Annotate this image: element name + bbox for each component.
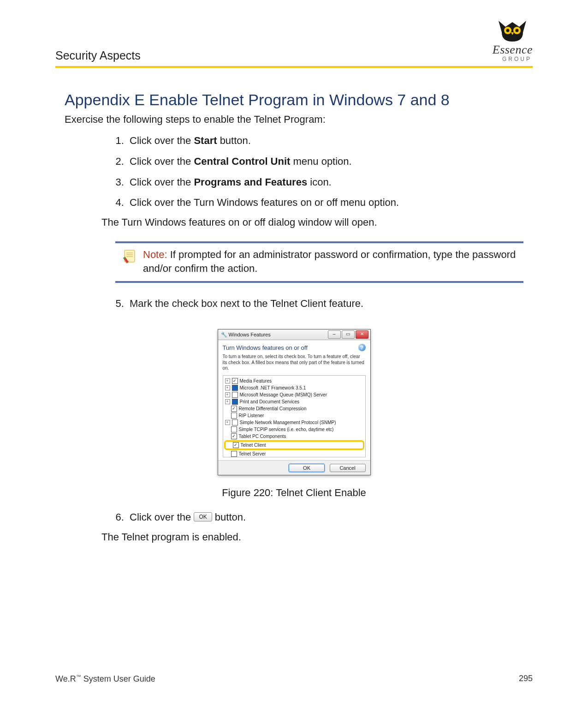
inline-ok-button: OK [194, 512, 212, 522]
section-title: Security Aspects [55, 49, 141, 62]
feature-row[interactable]: +Microsoft .NET Framework 3.5.1 [224, 384, 364, 391]
intro-text: Exercise the following steps to enable t… [65, 114, 523, 126]
feature-label: Simple TCPIP services (i.e. echo, daytim… [239, 427, 334, 432]
step-bold: Programs and Features [194, 176, 307, 188]
step-text: Mark the check box next to the Telnet Cl… [130, 298, 363, 309]
feature-row[interactable]: Simple TCPIP services (i.e. echo, daytim… [224, 426, 364, 433]
expand-icon [225, 452, 229, 456]
step-text: Click over the [130, 156, 194, 167]
expand-icon [225, 434, 229, 438]
footer-left: We.R™ System User Guide [55, 674, 155, 684]
feature-label: Telnet Client [241, 443, 266, 448]
expand-icon [225, 427, 229, 431]
feature-row[interactable]: RIP Listener [224, 412, 364, 419]
feature-checkbox[interactable] [231, 426, 237, 432]
header-divider [55, 66, 533, 68]
svg-point-2 [506, 29, 510, 32]
feature-row[interactable]: +Print and Document Services [224, 398, 364, 405]
step-bold: Start [194, 135, 217, 146]
minimize-button[interactable]: – [328, 330, 341, 339]
feature-checkbox[interactable] [231, 406, 237, 412]
cancel-button[interactable]: Cancel [330, 464, 366, 472]
step-6: Click over the OK button. [127, 510, 523, 525]
feature-row[interactable]: +Simple Network Management Protocol (SNM… [224, 419, 364, 426]
note-label: Note: [143, 249, 167, 260]
page-footer: We.R™ System User Guide 295 [55, 674, 533, 684]
dialog-title: Windows Features [229, 332, 271, 337]
expand-icon[interactable]: + [225, 385, 230, 390]
feature-checkbox[interactable] [232, 399, 238, 405]
feature-checkbox[interactable] [231, 433, 237, 439]
step-text: button. [217, 135, 251, 146]
expand-icon[interactable]: + [225, 399, 230, 404]
feature-label: Microsoft Message Queue (MSMQ) Server [240, 392, 327, 397]
note-text: Note: If prompted for an administrator p… [143, 248, 517, 275]
expand-icon[interactable]: + [225, 420, 230, 425]
steps-list: Click over the Start button. Click over … [65, 134, 523, 210]
expand-icon[interactable]: + [225, 378, 230, 383]
dialog-description: To turn a feature on, select its check b… [223, 354, 366, 371]
feature-label: Tablet PC Components [239, 434, 286, 439]
steps-list-cont2: Click over the OK button. [65, 510, 523, 525]
feature-label: Simple Network Management Protocol (SNMP… [240, 420, 336, 425]
post-step-text: The Turn Windows features on or off dial… [101, 216, 523, 228]
page-header: Security Aspects Essence GROUP [55, 28, 533, 62]
step-5: Mark the check box next to the Telnet Cl… [127, 297, 523, 311]
feature-row[interactable]: Remote Differential Compression [224, 405, 364, 412]
expand-icon[interactable]: + [225, 392, 230, 397]
feature-row[interactable]: +Media Features [224, 377, 364, 384]
step-text: Click over the Turn Windows features on … [130, 197, 399, 208]
windows-features-dialog: 🔧 Windows Features – ▭ ✕ Turn Windows fe… [218, 329, 371, 475]
step-text: Click over the [130, 176, 194, 188]
feature-list[interactable]: +Media Features+Microsoft .NET Framework… [223, 375, 366, 457]
step-1: Click over the Start button. [127, 134, 523, 148]
close-button[interactable]: ✕ [356, 330, 368, 339]
feature-row[interactable]: Tablet PC Components [224, 433, 364, 440]
appendix-heading: Appendix E Enable Telnet Program in Wind… [65, 91, 523, 109]
note-icon [122, 249, 137, 264]
note-box: Note: If prompted for an administrator p… [115, 241, 523, 282]
expand-icon [225, 407, 229, 411]
svg-point-3 [516, 29, 519, 32]
page-number: 295 [519, 674, 533, 684]
owl-icon [496, 18, 529, 44]
feature-label: Print and Document Services [240, 399, 300, 404]
feature-row[interactable]: Telnet Server [224, 450, 364, 457]
feature-checkbox[interactable] [233, 442, 239, 448]
feature-checkbox[interactable] [231, 451, 237, 457]
feature-checkbox[interactable] [232, 385, 238, 391]
step-text: button. [212, 511, 246, 523]
feature-label: Telnet Server [239, 451, 266, 456]
step-text: Click over the [130, 135, 194, 146]
ok-button[interactable]: OK [289, 464, 325, 472]
step-text: icon. [307, 176, 332, 188]
dialog-titlebar: 🔧 Windows Features – ▭ ✕ [218, 330, 370, 340]
feature-label: Microsoft .NET Framework 3.5.1 [240, 385, 306, 390]
figure-caption: Figure 220: Telnet Client Enable [65, 487, 523, 499]
feature-checkbox[interactable] [231, 413, 237, 419]
brand-subname: GROUP [493, 56, 533, 62]
feature-label: Media Features [240, 378, 272, 383]
brand-logo: Essence GROUP [493, 18, 533, 62]
help-icon[interactable]: ? [358, 344, 366, 351]
feature-label: RIP Listener [239, 413, 264, 418]
step-4: Click over the Turn Windows features on … [127, 196, 523, 210]
step-text: menu option. [290, 156, 351, 167]
step-2: Click over the Central Control Unit menu… [127, 155, 523, 169]
steps-list-cont: Mark the check box next to the Telnet Cl… [65, 297, 523, 311]
feature-checkbox[interactable] [232, 378, 238, 384]
feature-row[interactable]: Telnet Client [224, 440, 364, 450]
brand-name: Essence [493, 43, 533, 57]
feature-checkbox[interactable] [232, 392, 238, 398]
step-3: Click over the Programs and Features ico… [127, 175, 523, 190]
feature-checkbox[interactable] [232, 419, 238, 425]
maximize-button[interactable]: ▭ [342, 330, 355, 339]
step-text: Click over the [130, 511, 194, 523]
expand-icon [225, 413, 229, 418]
feature-label: Remote Differential Compression [239, 406, 307, 411]
step-bold: Central Control Unit [194, 156, 290, 167]
dialog-heading: Turn Windows features on or off [223, 344, 308, 351]
note-body: If prompted for an administrator passwor… [143, 249, 516, 274]
feature-row[interactable]: +Microsoft Message Queue (MSMQ) Server [224, 391, 364, 398]
post-step-text: The Telnet program is enabled. [101, 531, 523, 543]
